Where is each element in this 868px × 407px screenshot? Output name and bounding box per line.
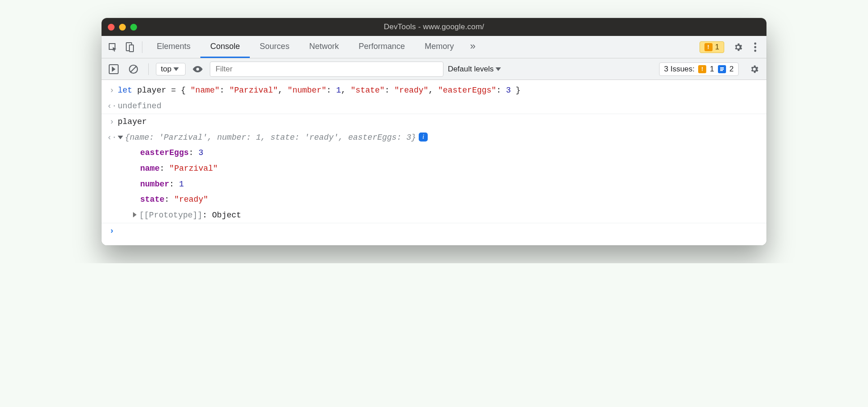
separator: [142, 41, 142, 53]
code-line[interactable]: let player = { "name": "Parzival", "numb…: [118, 84, 760, 97]
issues-button[interactable]: 3 Issues: ! 1 2: [659, 62, 739, 76]
svg-rect-11: [720, 70, 723, 71]
console-result-row: ‹· undefined: [102, 98, 766, 115]
window-title: DevTools - www.google.com/: [102, 22, 766, 31]
object-property-row: number: 1: [102, 177, 766, 192]
console-input-row: › player: [102, 114, 766, 130]
console-toolbar: top Default levels 3 Issues: ! 1 2: [102, 58, 766, 80]
svg-line-7: [131, 66, 136, 72]
console-output[interactable]: › let player = { "name": "Parzival", "nu…: [102, 80, 766, 245]
object-prototype-row: [[Prototype]]: Object: [102, 208, 766, 224]
eye-toggle-button[interactable]: [190, 62, 205, 77]
chevron-down-icon: [496, 67, 501, 71]
gear-icon: [733, 42, 743, 52]
console-settings-button[interactable]: [747, 62, 762, 77]
devtools-window: DevTools - www.google.com/ Elements Cons…: [102, 18, 766, 245]
object-property-row: state: "ready": [102, 192, 766, 208]
svg-rect-2: [129, 45, 133, 52]
input-marker: ›: [106, 84, 118, 97]
minimize-window-button[interactable]: [119, 24, 126, 31]
info-icon: [718, 65, 726, 73]
svg-rect-9: [720, 67, 724, 68]
svg-point-3: [754, 42, 757, 44]
settings-button[interactable]: [731, 40, 746, 55]
traffic-lights: [108, 24, 137, 31]
inspect-icon: [108, 43, 117, 52]
context-value: top: [161, 65, 172, 74]
gear-icon: [749, 64, 759, 74]
object-property-row: easterEggs: 3: [102, 145, 766, 161]
warning-icon: !: [698, 65, 706, 73]
eye-icon: [192, 65, 204, 73]
device-toolbar-button[interactable]: [122, 40, 137, 55]
maximize-window-button[interactable]: [130, 24, 137, 31]
separator: [148, 63, 149, 75]
live-expression-button[interactable]: [106, 62, 121, 77]
collapse-icon[interactable]: [118, 136, 123, 139]
titlebar: DevTools - www.google.com/: [102, 18, 766, 36]
console-input-row: › let player = { "name": "Parzival", "nu…: [102, 83, 766, 98]
tab-overflow-button[interactable]: »: [464, 36, 482, 58]
svg-point-4: [754, 46, 757, 48]
close-window-button[interactable]: [108, 24, 115, 31]
issues-label: 3 Issues:: [664, 65, 695, 74]
tab-sources[interactable]: Sources: [250, 36, 299, 58]
clear-console-button[interactable]: [126, 62, 141, 77]
inspect-element-button[interactable]: [105, 40, 120, 55]
info-icon[interactable]: i: [419, 133, 428, 142]
warning-icon: [704, 43, 713, 51]
chevron-down-icon: [173, 67, 179, 71]
object-property-row: name: "Parzival": [102, 161, 766, 177]
console-result-row: ‹· {name: 'Parzival', number: 1, state: …: [102, 130, 766, 146]
clear-icon: [128, 64, 138, 74]
prompt-marker: ›: [106, 224, 118, 238]
svg-rect-10: [720, 69, 724, 70]
expand-icon[interactable]: [133, 212, 137, 217]
log-levels-label: Default levels: [448, 65, 494, 74]
result-undefined: undefined: [118, 99, 760, 113]
issues-info-count: 2: [730, 65, 734, 74]
tab-network[interactable]: Network: [299, 36, 349, 58]
warnings-badge[interactable]: 1: [700, 41, 724, 53]
filter-input[interactable]: [210, 62, 443, 77]
console-prompt-row[interactable]: ›: [102, 223, 766, 239]
svg-point-8: [196, 67, 199, 70]
svg-point-5: [754, 49, 757, 52]
context-selector[interactable]: top: [156, 63, 186, 75]
output-marker: ‹·: [106, 131, 118, 145]
top-toolbar: Elements Console Sources Network Perform…: [102, 36, 766, 58]
tab-elements[interactable]: Elements: [147, 36, 200, 58]
object-summary[interactable]: {name: 'Parzival', number: 1, state: 're…: [118, 131, 760, 145]
output-marker: ‹·: [106, 99, 118, 113]
device-icon: [126, 42, 134, 52]
input-marker: ›: [106, 115, 118, 129]
tab-console[interactable]: Console: [200, 36, 250, 58]
issues-warn-count: 1: [710, 65, 714, 74]
tab-performance[interactable]: Performance: [349, 36, 415, 58]
play-icon: [109, 64, 119, 74]
code-line[interactable]: player: [118, 115, 760, 129]
panel-tabs: Elements Console Sources Network Perform…: [147, 36, 482, 58]
more-menu-button[interactable]: [748, 40, 763, 55]
tab-memory[interactable]: Memory: [415, 36, 464, 58]
kebab-icon: [754, 42, 757, 52]
log-levels-selector[interactable]: Default levels: [448, 65, 503, 74]
warnings-count: 1: [715, 43, 719, 52]
